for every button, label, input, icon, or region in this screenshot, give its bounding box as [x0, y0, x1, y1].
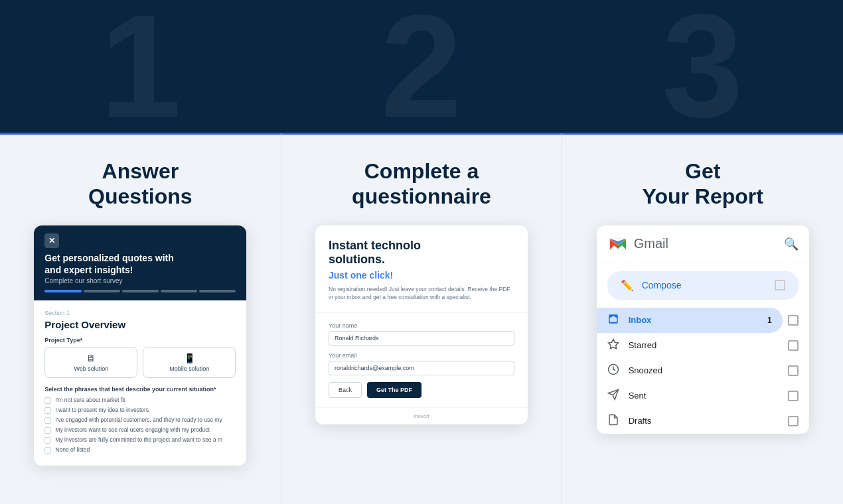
- email-input[interactable]: ronaldrichards@example.com: [329, 361, 514, 375]
- starred-checkbox[interactable]: [788, 340, 799, 351]
- sent-row: Sent: [597, 383, 809, 409]
- checkbox-4[interactable]: [44, 427, 51, 434]
- checkbox-6[interactable]: [44, 447, 51, 454]
- card2-desc: No registration needed! Just leave your …: [329, 286, 514, 302]
- inbox-icon: [607, 313, 619, 328]
- gmail-header: Gmail 🔍: [597, 225, 809, 263]
- card-complete-questionnaire: Complete aquestionnaire Instant technolo…: [281, 133, 562, 504]
- nav-inbox[interactable]: Inbox 1: [597, 308, 783, 333]
- snoozed-label: Snoozed: [629, 365, 772, 375]
- progress-step-4: [161, 290, 197, 292]
- checkbox-2[interactable]: [44, 407, 51, 414]
- progress-step-2: [84, 290, 120, 292]
- card3-title: GetYour Report: [642, 158, 763, 210]
- checkbox-item-3[interactable]: I've engaged with potential customers, a…: [44, 416, 236, 424]
- checkbox-5-label: My investors are fully committed to the …: [55, 436, 222, 443]
- clock-icon: [607, 363, 619, 378]
- gmail-logo: Gmail: [607, 233, 668, 255]
- gmail-label: Gmail: [634, 236, 668, 251]
- starred-label: Starred: [629, 340, 772, 350]
- svg-marker-1: [608, 339, 618, 348]
- mock-progress-bar: [44, 290, 236, 292]
- option-mobile[interactable]: 📱 Mobile solution: [143, 347, 236, 378]
- compose-pencil-icon: ✏️: [621, 279, 634, 292]
- bg-number-1: 1: [100, 0, 181, 139]
- mock-header: ✕ Get personalized quotes withand expert…: [34, 225, 246, 300]
- option-mobile-label: Mobile solution: [169, 365, 209, 372]
- drafts-checkbox[interactable]: [788, 416, 799, 426]
- nav-starred[interactable]: Starred: [597, 333, 783, 358]
- compose-button[interactable]: ✏️ Compose: [607, 271, 799, 300]
- web-icon: 🖥: [86, 353, 96, 363]
- checkbox-item-4[interactable]: My investors want to see real users enga…: [44, 426, 236, 434]
- star-icon: [607, 338, 619, 353]
- checkbox-item-1[interactable]: I'm not sure about market fit: [44, 397, 236, 404]
- email-label: Your email: [329, 352, 514, 359]
- mock-header-sub: Complete our short survey: [44, 277, 236, 284]
- card1-mock: ✕ Get personalized quotes withand expert…: [34, 225, 246, 466]
- background-numbers: 1 2 3: [0, 0, 843, 133]
- section-label: Section 1: [44, 310, 236, 316]
- checkbox-item-6[interactable]: None of listed: [44, 446, 236, 454]
- inbox-label: Inbox: [629, 315, 758, 325]
- checkbox-1[interactable]: [44, 397, 51, 404]
- mock-logo-icon: ✕: [44, 233, 59, 248]
- gmail-search-icon[interactable]: 🔍: [784, 237, 799, 251]
- sent-checkbox[interactable]: [788, 391, 799, 401]
- checkbox-5[interactable]: [44, 437, 51, 444]
- nav-drafts[interactable]: Drafts: [597, 409, 783, 434]
- bg-number-3: 3: [662, 0, 743, 139]
- card-answer-questions: AnswerQuestions ✕ Get personalized quote…: [0, 133, 281, 504]
- checkbox-2-label: I want to present my idea to investors: [55, 407, 149, 413]
- mock-header-title: Get personalized quotes withand expert i…: [44, 252, 236, 276]
- inbox-row: Inbox 1: [597, 308, 809, 333]
- checkbox-1-label: I'm not sure about market fit: [55, 397, 125, 403]
- compose-checkbox[interactable]: [775, 280, 785, 290]
- name-input[interactable]: Ronald Richards: [329, 331, 514, 346]
- gmail-nav-list: Inbox 1 Starred: [597, 308, 809, 434]
- nav-sent[interactable]: Sent: [597, 383, 783, 409]
- sent-label: Sent: [629, 391, 772, 401]
- card2-header: Instant technolosolutions. Just one clic…: [315, 225, 528, 313]
- section-title: Project Overview: [44, 319, 236, 330]
- project-type-label: Project Type*: [44, 337, 236, 344]
- snoozed-checkbox[interactable]: [788, 365, 799, 376]
- card2-title: Complete aquestionnaire: [352, 158, 491, 210]
- card2-sub: Just one click!: [329, 270, 514, 281]
- checkbox-3[interactable]: [44, 417, 51, 424]
- back-button[interactable]: Back: [329, 382, 362, 398]
- checkbox-4-label: My investors want to see real users enga…: [55, 426, 209, 433]
- progress-step-1: [44, 290, 81, 292]
- mock-logo: ✕: [44, 233, 236, 248]
- progress-step-5: [199, 290, 236, 292]
- nav-snoozed[interactable]: Snoozed: [597, 358, 783, 383]
- card-get-report: GetYour Report Gmail: [562, 133, 843, 504]
- option-web-label: Web solution: [74, 365, 108, 372]
- starred-row: Starred: [597, 333, 809, 358]
- card2-form: Your name Ronald Richards Your email ron…: [315, 313, 528, 407]
- compose-label: Compose: [642, 280, 682, 290]
- gmail-m-icon: [607, 233, 629, 255]
- checkbox-3-label: I've engaged with potential customers, a…: [55, 416, 222, 423]
- checkbox-6-label: None of listed: [55, 446, 90, 453]
- drafts-label: Drafts: [629, 416, 772, 426]
- checkbox-item-5[interactable]: My investors are fully committed to the …: [44, 436, 236, 444]
- checkboxes-label: Select the phrases that best describe yo…: [44, 386, 236, 393]
- checkbox-item-2[interactable]: I want to present my idea to investors: [44, 407, 236, 414]
- inbox-checkbox[interactable]: [788, 315, 799, 326]
- project-type-options: 🖥 Web solution 📱 Mobile solution: [44, 347, 236, 378]
- drafts-icon: [607, 414, 619, 428]
- gmail-mock: Gmail 🔍 ✏️ Compose In: [597, 225, 809, 434]
- mock-body: Section 1 Project Overview Project Type*…: [34, 300, 246, 466]
- option-web[interactable]: 🖥 Web solution: [44, 347, 137, 378]
- bg-number-2: 2: [381, 0, 462, 139]
- card2-buttons: Back Get The PDF: [329, 382, 514, 398]
- send-icon: [607, 389, 619, 403]
- progress-step-3: [122, 290, 159, 292]
- card2-mock: Instant technolosolutions. Just one clic…: [315, 225, 528, 424]
- snoozed-row: Snoozed: [597, 358, 809, 383]
- mobile-icon: 📱: [184, 353, 195, 363]
- name-label: Your name: [329, 322, 514, 329]
- get-pdf-button[interactable]: Get The PDF: [367, 382, 422, 398]
- inbox-badge: 1: [767, 316, 772, 325]
